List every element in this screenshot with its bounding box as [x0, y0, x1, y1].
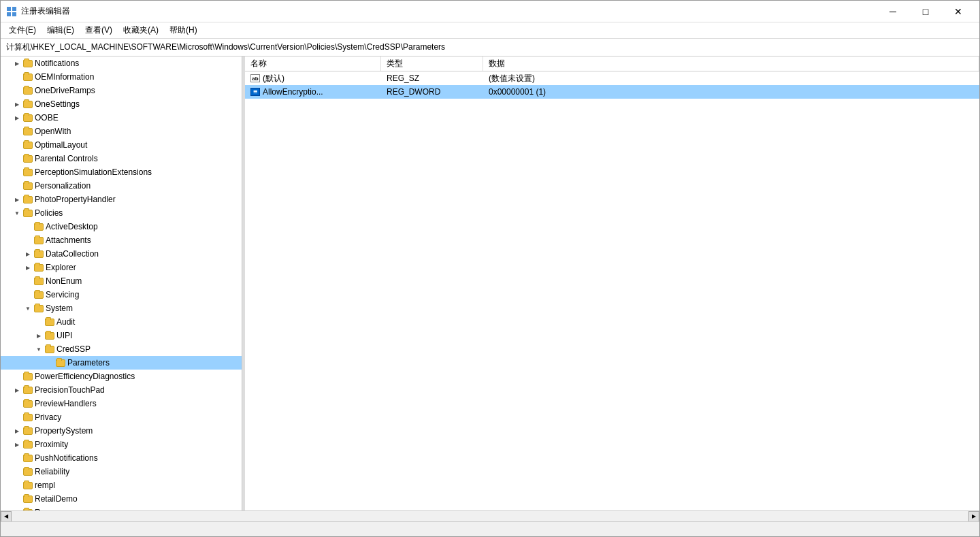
folder-icon-precisiontouchpad [22, 385, 33, 395]
menu-view[interactable]: 查看(V) [80, 23, 118, 37]
expand-icon-notifications[interactable] [12, 58, 22, 69]
tree-item-perception-simulation[interactable]: PerceptionSimulationExtensions [1, 165, 242, 179]
cell-type-allowencryption: REG_DWORD [381, 86, 483, 98]
folder-icon-audit [44, 317, 55, 327]
status-bar [1, 521, 979, 536]
tree-item-audit[interactable]: Audit [1, 315, 242, 329]
tree-item-oeminformation[interactable]: OEMInformation [1, 70, 242, 84]
maximize-button[interactable]: □ [910, 1, 941, 22]
expand-icon-datacollection[interactable] [22, 248, 33, 259]
cell-name-allowencryption: ☰AllowEncryptio... [245, 86, 381, 98]
tree-label-uipi: UIPI [56, 331, 239, 340]
expand-icon-onesettings[interactable] [12, 99, 22, 110]
main-window: 注册表编辑器 ─ □ ✕ 文件(E) 编辑(E) 查看(V) 收藏夹(A) 帮助… [0, 0, 980, 537]
tree-item-pushnotifications[interactable]: PushNotifications [1, 451, 242, 465]
col-header-type: 类型 [381, 56, 483, 71]
expand-icon-credssp[interactable] [33, 344, 44, 355]
tree-item-activedesktop[interactable]: ActiveDesktop [1, 220, 242, 233]
tree-item-retaildemo[interactable]: RetailDemo [1, 492, 242, 506]
expand-icon-propertysystem[interactable] [12, 425, 22, 436]
cell-name-default: ab(默认) [245, 71, 381, 86]
tree-item-previewhandlers[interactable]: PreviewHandlers [1, 397, 242, 410]
tree-label-notifications: Notifications [35, 59, 239, 68]
tree-item-propertysystem[interactable]: PropertySystem [1, 424, 242, 438]
tree-label-audit: Audit [56, 317, 239, 327]
tree-item-parental-controls[interactable]: Parental Controls [1, 152, 242, 165]
tree-label-previewhandlers: PreviewHandlers [35, 399, 239, 408]
expand-icon-precisiontouchpad[interactable] [12, 385, 22, 395]
tree-item-system[interactable]: System [1, 302, 242, 315]
tree-label-onedrivramps: OneDriveRamps [35, 86, 239, 95]
tree-item-datacollection[interactable]: DataCollection [1, 247, 242, 261]
bottom-scroll-bar[interactable]: ◀ ▶ [1, 510, 979, 521]
scroll-right-button[interactable]: ▶ [968, 511, 979, 522]
tree-item-parameters[interactable]: Parameters [1, 356, 242, 370]
table-row-default[interactable]: ab(默认)REG_SZ(数值未设置) [245, 71, 979, 85]
tree-item-precisiontouchpad[interactable]: PrecisionTouchPad [1, 383, 242, 397]
menu-help[interactable]: 帮助(H) [164, 23, 203, 37]
address-bar: 计算机\HKEY_LOCAL_MACHINE\SOFTWARE\Microsof… [1, 39, 979, 56]
cell-name-text-default: (默认) [263, 73, 284, 84]
tree-label-parameters: Parameters [67, 358, 239, 368]
scroll-track[interactable] [22, 512, 958, 521]
tree-item-nonenum[interactable]: NonEnum [1, 274, 242, 288]
minimize-button[interactable]: ─ [877, 1, 909, 22]
tree-item-proximity[interactable]: Proximity [1, 438, 242, 451]
tree-item-onesettings[interactable]: OneSettings [1, 97, 242, 111]
tree-label-precisiontouchpad: PrecisionTouchPad [35, 385, 239, 395]
close-button[interactable]: ✕ [943, 1, 974, 22]
tree-label-policies: Policies [35, 208, 239, 218]
table-row-allowencryption[interactable]: ☰AllowEncryptio...REG_DWORD0x00000001 (1… [245, 85, 979, 99]
expand-icon-photopropertyhandler[interactable] [12, 194, 22, 205]
folder-icon-parameters [55, 358, 66, 368]
tree-item-rempl[interactable]: rempl [1, 478, 242, 492]
tree-label-rempl: rempl [35, 481, 239, 490]
svg-rect-1 [12, 7, 16, 11]
tree-panel[interactable]: NotificationsOEMInformationOneDriveRamps… [1, 56, 242, 510]
tree-label-servicing: Servicing [46, 290, 239, 299]
tree-item-onedrivramps[interactable]: OneDriveRamps [1, 84, 242, 97]
tree-label-perception-simulation: PerceptionSimulationExtensions [35, 167, 239, 177]
tree-label-reliability: Reliability [35, 467, 239, 476]
folder-icon-run [22, 508, 33, 510]
menu-edit[interactable]: 编辑(E) [42, 23, 80, 37]
expand-icon-explorer[interactable] [22, 262, 33, 273]
folder-icon-notifications [22, 59, 33, 68]
tree-item-servicing[interactable]: Servicing [1, 288, 242, 302]
tree-label-run: Run [35, 508, 239, 510]
col-header-data: 数据 [483, 56, 979, 71]
tree-item-credssp[interactable]: CredSSP [1, 342, 242, 356]
menu-file[interactable]: 文件(E) [3, 23, 42, 37]
tree-item-policies[interactable]: Policies [1, 206, 242, 220]
tree-item-attachments[interactable]: Attachments [1, 233, 242, 247]
tree-item-reliability[interactable]: Reliability [1, 465, 242, 478]
tree-item-photopropertyhandler[interactable]: PhotoPropertyHandler [1, 193, 242, 206]
expand-icon-oobe[interactable] [12, 112, 22, 123]
svg-rect-0 [7, 7, 11, 11]
tree-item-oobe[interactable]: OOBE [1, 111, 242, 125]
reg-sz-icon: ab [250, 74, 260, 82]
window-title: 注册表编辑器 [21, 5, 70, 17]
tree-item-explorer[interactable]: Explorer [1, 261, 242, 274]
svg-rect-3 [12, 12, 16, 16]
tree-item-optimallayout[interactable]: OptimalLayout [1, 138, 242, 152]
folder-icon-system [33, 304, 44, 313]
expand-icon-uipi[interactable] [33, 330, 44, 341]
expand-icon-proximity[interactable] [12, 439, 22, 450]
tree-item-personalization[interactable]: Personalization [1, 179, 242, 193]
tree-item-notifications[interactable]: Notifications [1, 56, 242, 70]
tree-item-uipi[interactable]: UIPI [1, 329, 242, 342]
tree-item-openwith[interactable]: OpenWith [1, 125, 242, 138]
folder-icon-rempl [22, 481, 33, 490]
expand-icon-policies[interactable] [12, 208, 22, 218]
menu-favorites[interactable]: 收藏夹(A) [118, 23, 164, 37]
folder-icon-oeminformation [22, 72, 33, 82]
tree-item-run[interactable]: Run [1, 506, 242, 510]
folder-icon-explorer [33, 263, 44, 272]
scroll-left-button[interactable]: ◀ [1, 511, 12, 522]
expand-icon-system[interactable] [22, 303, 33, 314]
tree-item-powerefficiencydiagnostics[interactable]: PowerEfficiencyDiagnostics [1, 370, 242, 383]
tree-item-privacy[interactable]: Privacy [1, 410, 242, 424]
tree-label-photopropertyhandler: PhotoPropertyHandler [35, 195, 239, 204]
folder-icon-privacy [22, 412, 33, 422]
